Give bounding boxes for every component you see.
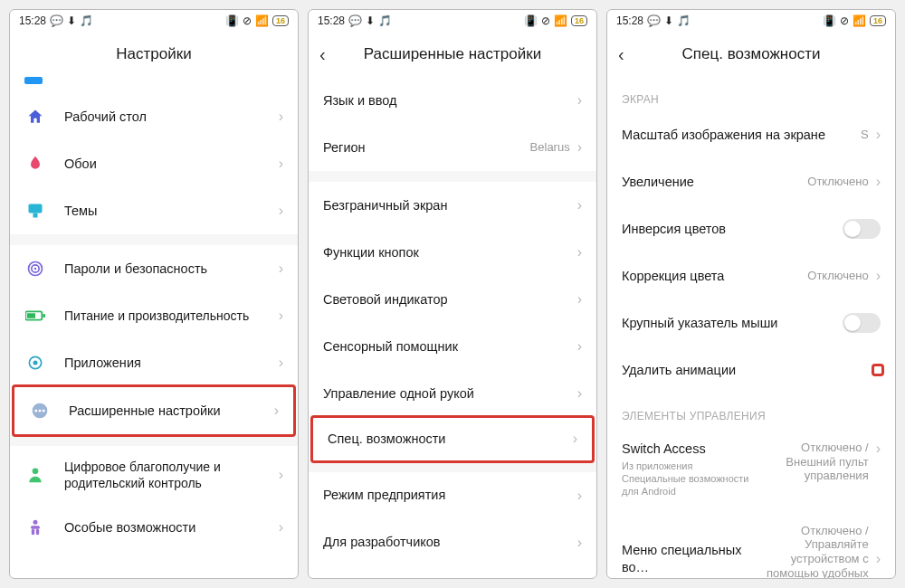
row-notifications-cut[interactable] (10, 77, 298, 93)
row-led[interactable]: Световой индикатор › (309, 276, 596, 323)
chat-icon: 💬 (348, 14, 362, 27)
chevron-right-icon: › (577, 92, 582, 109)
row-accessibility[interactable]: Спец. возможности › (310, 415, 595, 463)
row-fullscreen[interactable]: Безграничный экран › (309, 182, 596, 229)
page-title: Спец. возможности (682, 45, 821, 63)
header: ‹ Спец. возможности (607, 32, 895, 77)
row-color-inversion[interactable]: Инверсия цветов (607, 205, 895, 252)
row-color-correction[interactable]: Коррекция цвета Отключено › (607, 252, 895, 299)
divider (10, 234, 298, 245)
wifi-icon: 📶 (255, 14, 269, 27)
svg-rect-18 (32, 529, 34, 536)
svg-point-10 (33, 361, 38, 365)
row-passwords[interactable]: Пароли и безопасность › (10, 245, 298, 292)
chevron-right-icon: › (577, 139, 582, 156)
chevron-right-icon: › (279, 109, 283, 125)
svg-point-16 (33, 520, 38, 525)
screen-accessibility: 15:28 💬 ⬇ 🎵 📳 ⊘ 📶 16 ‹ Спец. возможности… (606, 9, 896, 579)
status-bar: 15:28 💬 ⬇ 🎵 📳 ⊘ 📶 16 (607, 10, 895, 32)
back-button[interactable]: ‹ (319, 44, 326, 65)
chevron-right-icon: › (577, 338, 582, 355)
section-screen: ЭКРАН (607, 77, 895, 111)
chevron-right-icon: › (876, 551, 881, 567)
magnify-value: Отключено (807, 175, 868, 189)
status-time: 15:28 (19, 14, 46, 27)
switch-access-sub: Из приложения Специальные возможности дл… (622, 460, 751, 498)
gear-icon (24, 352, 46, 374)
row-language[interactable]: Язык и ввод › (309, 77, 596, 124)
row-enterprise[interactable]: Режим предприятия › (309, 472, 596, 519)
chevron-right-icon: › (577, 535, 582, 551)
battery-indicator: 16 (571, 15, 587, 26)
chevron-right-icon: › (279, 261, 283, 277)
chevron-right-icon: › (876, 268, 881, 284)
svg-rect-2 (33, 213, 38, 218)
row-wallpaper[interactable]: Обои › (10, 140, 298, 187)
wifi-icon: 📶 (853, 14, 866, 27)
accessibility-list: ЭКРАН Масштаб изображения на экране S › … (607, 77, 895, 578)
svg-point-12 (34, 410, 37, 413)
page-title: Настройки (116, 45, 191, 63)
region-value: Belarus (530, 140, 570, 155)
svg-rect-17 (31, 526, 40, 529)
row-large-pointer[interactable]: Крупный указатель мыши (607, 299, 895, 346)
row-accessibility[interactable]: Особые возможности › (10, 504, 298, 551)
notifications-icon (24, 77, 46, 88)
vibrate-icon: 📳 (524, 14, 538, 27)
back-button[interactable]: ‹ (618, 44, 624, 65)
vibrate-icon: 📳 (823, 14, 836, 27)
row-developer[interactable]: Для разработчиков › (309, 519, 596, 566)
chevron-right-icon: › (577, 197, 582, 213)
chevron-right-icon: › (577, 291, 582, 308)
row-themes[interactable]: Темы › (10, 187, 298, 234)
chevron-right-icon: › (279, 519, 283, 536)
chevron-right-icon: › (279, 156, 283, 172)
row-remove-animations[interactable]: Удалить анимации (607, 346, 895, 394)
status-bar: 15:28 💬 ⬇ 🎵 📳 ⊘ 📶 16 (309, 10, 596, 32)
svg-point-13 (39, 410, 42, 413)
row-wellbeing[interactable]: Цифровое благополучие и родительский кон… (10, 446, 298, 504)
row-switch-access[interactable]: Switch Access Из приложения Специальные … (607, 428, 895, 511)
row-onehand[interactable]: Управление одной рукой › (309, 370, 596, 417)
svg-point-14 (43, 410, 45, 413)
color-corr-value: Отключено (807, 269, 868, 283)
chevron-right-icon: › (573, 431, 577, 447)
header: Настройки (10, 32, 298, 77)
battery-indicator: 16 (272, 15, 289, 26)
wifi-icon: 📶 (554, 14, 567, 27)
switch-access-label: Switch Access (622, 441, 751, 458)
toggle-large-pointer[interactable] (843, 313, 881, 333)
no-sim-icon: ⊘ (541, 14, 550, 27)
wellbeing-icon (24, 464, 46, 486)
no-sim-icon: ⊘ (243, 14, 252, 27)
row-region[interactable]: Регион Belarus › (309, 124, 596, 171)
chevron-right-icon: › (577, 385, 582, 402)
download-icon: ⬇ (67, 14, 76, 27)
advanced-list: Язык и ввод › Регион Belarus › Безгранич… (309, 77, 596, 578)
chevron-right-icon: › (279, 467, 283, 483)
fingerprint-icon (24, 258, 46, 280)
row-accessibility-menu[interactable]: Меню специальных во… Отключено / Управля… (607, 511, 895, 578)
download-icon: ⬇ (366, 14, 375, 27)
chevron-right-icon: › (876, 441, 881, 457)
toggle-color-inversion[interactable] (843, 219, 881, 239)
status-time: 15:28 (616, 14, 643, 27)
page-title: Расширенные настройки (364, 45, 541, 63)
row-magnification[interactable]: Увеличение Отключено › (607, 158, 895, 205)
svg-point-15 (33, 469, 39, 475)
row-desktop[interactable]: Рабочий стол › (10, 93, 298, 140)
music-icon: 🎵 (677, 14, 691, 27)
row-apps[interactable]: Приложения › (10, 339, 298, 386)
music-icon: 🎵 (80, 14, 93, 27)
screen-advanced: 15:28 💬 ⬇ 🎵 📳 ⊘ 📶 16 ‹ Расширенные настр… (308, 9, 597, 579)
row-advanced-settings[interactable]: Расширенные настройки › (12, 384, 296, 437)
battery-indicator: 16 (870, 15, 886, 26)
battery-icon (24, 305, 46, 327)
chevron-right-icon: › (876, 127, 881, 143)
row-buttons[interactable]: Функции кнопок › (309, 229, 596, 276)
row-touch-assistant[interactable]: Сенсорный помощник › (309, 323, 596, 370)
home-icon (24, 106, 46, 128)
row-display-scale[interactable]: Масштаб изображения на экране S › (607, 111, 895, 158)
accessibility-icon (24, 517, 46, 538)
row-battery[interactable]: Питание и производительность › (10, 292, 298, 339)
